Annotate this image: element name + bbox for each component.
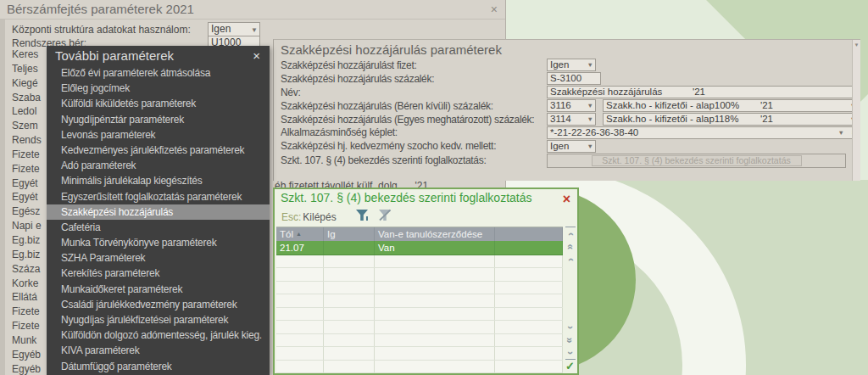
esc-action-label: Kilépés — [303, 211, 336, 223]
column-header-tol[interactable]: Tól▲ — [276, 227, 324, 241]
menu-item[interactable]: Minimális járulékalap kiegészítés — [47, 173, 270, 188]
tovabbi-parameterek-menu: További paraméterek × Előző évi paraméte… — [47, 46, 270, 375]
column-header-ig[interactable]: Ig — [324, 227, 375, 241]
field-label: Fizete — [12, 319, 51, 333]
param-label: Név: — [281, 87, 547, 98]
table-row-empty[interactable] — [276, 308, 563, 321]
menu-item[interactable]: Családi járulékkedvezmény paraméterek — [47, 297, 270, 312]
param-label: Szakképzési hozzájárulás százalék: — [281, 73, 547, 85]
menu-item[interactable]: Előző évi paraméterek átmásolása — [47, 65, 270, 81]
szkt-107-button[interactable]: Szkt. 107. § (4) bekezdés szerinti fogla… — [592, 155, 802, 166]
chevron-up-icon: › — [566, 232, 575, 236]
window-title: Bérszámfejtés paraméterek 2021 — [0, 0, 505, 20]
window-left-strip — [0, 20, 5, 375]
year-suffix: '21 — [760, 114, 773, 125]
egyes-meghatarozott-code-dropdown[interactable]: 3114 ▼ — [547, 113, 596, 126]
close-icon[interactable]: × — [563, 192, 570, 207]
field-label: Ellátá — [12, 290, 51, 305]
szocho-kedv-dropdown[interactable]: Igen ▼ — [547, 140, 596, 153]
menu-item[interactable]: Cafetéria — [47, 220, 270, 235]
left-label-column: KeresTeljesKiegéSzabaLedolSzemRendsFizet… — [12, 48, 51, 375]
accept-button[interactable]: ✓ — [565, 360, 576, 372]
menu-item[interactable]: KIVA paraméterek — [47, 343, 270, 358]
scroll-page-up-button[interactable]: » — [565, 240, 576, 253]
menu-item[interactable]: Nyugdíjpénztár paraméterek — [47, 112, 270, 127]
sort-asc-icon: ▲ — [296, 231, 302, 237]
chevron-down-icon: ▼ — [587, 59, 593, 70]
panel-scrollbar[interactable]: ▼ — [852, 40, 860, 181]
field-label: Kiegé — [12, 76, 51, 91]
field-label: Ledol — [12, 104, 51, 119]
field-label: Szem — [12, 119, 51, 133]
table-header-row: Tól▲ Ig Van-e tanulószerződése — [276, 227, 563, 241]
egyes-meghatarozott-name-dropdown[interactable]: Szakk.ho - kifizetői - alap118% '21 ▼ — [603, 113, 859, 126]
menu-item[interactable]: Adó paraméterek — [47, 158, 270, 173]
menu-item[interactable]: Előleg jogcímek — [47, 81, 270, 96]
alkalmazasminoseg-keplet-field[interactable]: *-21-22-26-36-38-40 ▼ ≡ — [547, 126, 859, 139]
beren-kivuli-code-dropdown[interactable]: 3116 ▼ — [547, 99, 596, 112]
table-row-empty[interactable] — [276, 268, 563, 281]
chevron-down-icon: ▼ — [587, 100, 593, 111]
field-label: Fizete — [12, 162, 51, 176]
scroll-down-button[interactable]: › — [565, 321, 576, 333]
param-label: Szakképzési hozzájárulást fizet: — [281, 59, 547, 71]
nev-input[interactable]: Szakképzési hozzájárulás '21 — [547, 86, 859, 98]
menu-item[interactable]: Egyszerűsített foglalkoztatás paramétere… — [47, 189, 270, 204]
scroll-first-row-button[interactable]: › — [565, 227, 576, 240]
field-label: Egyéb — [12, 362, 51, 375]
menu-title: További paraméterek — [47, 46, 270, 65]
field-label: Egyét — [12, 176, 51, 191]
table-row-empty[interactable] — [276, 282, 563, 294]
menu-item[interactable]: Munka Törvénykönyve paraméterek — [47, 235, 270, 250]
table-row-empty[interactable] — [276, 361, 563, 373]
scroll-page-down-button[interactable]: » — [565, 333, 576, 346]
chevron-down-icon: ▼ — [838, 127, 844, 138]
field-label: Eg.biz — [12, 233, 51, 248]
chevron-down-icon: ▼ — [587, 114, 593, 125]
table-row-selected[interactable]: 21.07 Van — [276, 241, 563, 255]
table-row-empty[interactable] — [276, 347, 563, 360]
scroll-last-row-button[interactable]: › — [565, 346, 576, 360]
esc-key-label: Esc: — [281, 211, 301, 223]
field-label: Egyét — [12, 190, 51, 204]
field-label: Fizete — [12, 148, 51, 162]
table-row-empty[interactable] — [276, 255, 563, 268]
menu-item[interactable]: Kedvezményes járulékfizetés paraméterek — [47, 143, 270, 158]
menu-item[interactable]: Munkaidőkeret paraméterek — [47, 282, 270, 297]
menu-item[interactable]: Külföldön dolgozó adómentesség, járulék … — [47, 327, 270, 343]
menu-item[interactable]: Dátumfüggő paraméterek — [47, 359, 270, 374]
table-row-empty[interactable] — [276, 321, 563, 333]
szazalek-input[interactable]: S-3100 — [547, 72, 601, 85]
menu-item[interactable]: Külföldi kiküldetés paraméterek — [47, 96, 270, 111]
double-chevron-down-icon: » — [566, 337, 575, 343]
field-label: Rends — [12, 133, 51, 148]
param-label: Szakképzési hozzájárulás (Egyes meghatár… — [281, 114, 547, 126]
field-label: Teljes — [12, 62, 51, 76]
column-header-vane[interactable]: Van-e tanulószerződése — [375, 227, 495, 241]
fizet-dropdown[interactable]: Igen ▼ — [547, 59, 596, 71]
field-label: Fizete — [12, 305, 51, 319]
close-icon[interactable]: × — [253, 48, 260, 63]
close-icon[interactable]: × — [491, 3, 498, 16]
table-row-empty[interactable] — [276, 334, 563, 347]
table-row-empty[interactable] — [276, 294, 563, 307]
field-label: Egész — [12, 204, 51, 219]
szkt-button-well: Szkt. 107. § (4) bekezdés szerinti fogla… — [547, 154, 846, 168]
menu-item[interactable]: Levonás paraméterek — [47, 127, 270, 143]
column-header-extra — [495, 227, 563, 241]
kozponti-struktura-dropdown[interactable]: Igen ▼ — [208, 22, 260, 36]
year-suffix: '21 — [760, 100, 773, 111]
chevron-down-icon: › — [566, 351, 575, 355]
menu-items: Előző évi paraméterek átmásolásaElőleg j… — [47, 65, 270, 374]
beren-kivuli-name-dropdown[interactable]: Szakk.ho - kifizetői - alap100% '21 ▼ — [603, 99, 859, 112]
menu-item[interactable]: Kerekítés paraméterek — [47, 266, 270, 281]
menu-item[interactable]: Nyugdíjas járulékfizetései paraméterek — [47, 312, 270, 327]
menu-item[interactable]: Szakképzési hozzájárulás — [47, 204, 270, 220]
filter-icon[interactable] — [355, 209, 370, 225]
dialog-scrollbar: › » › › » › ✓ — [563, 227, 577, 373]
field-label: Eg.biz — [12, 248, 51, 262]
clear-filter-icon[interactable] — [377, 209, 392, 225]
menu-item[interactable]: SZHA Paraméterek — [47, 250, 270, 266]
szakkepzesi-panel: Szakképzési hozzájárulás paraméterek Sza… — [273, 39, 860, 181]
scroll-up-button[interactable]: › — [565, 253, 576, 266]
